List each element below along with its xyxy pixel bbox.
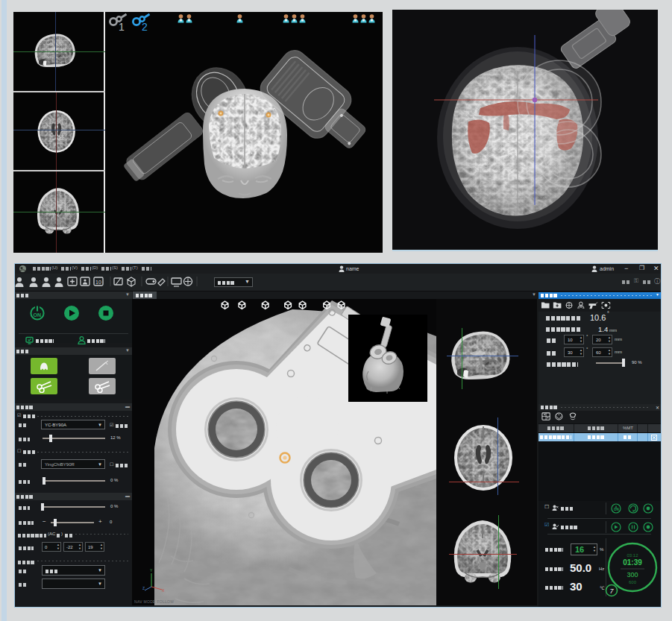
svg-text:300: 300 xyxy=(627,571,638,579)
svg-text:10: 10 xyxy=(95,280,101,285)
svg-text:2: 2 xyxy=(142,21,148,33)
svg-text:01:39: 01:39 xyxy=(623,558,642,567)
svg-text:ON: ON xyxy=(34,312,42,318)
svg-text:03:12: 03:12 xyxy=(627,553,638,558)
svg-text:ON: ON xyxy=(614,508,619,511)
svg-text:Z: Z xyxy=(142,586,145,590)
svg-text:600: 600 xyxy=(629,580,637,584)
svg-text:1: 1 xyxy=(119,21,125,33)
svg-text:X: X xyxy=(162,588,165,593)
svg-text:Y: Y xyxy=(150,568,153,573)
